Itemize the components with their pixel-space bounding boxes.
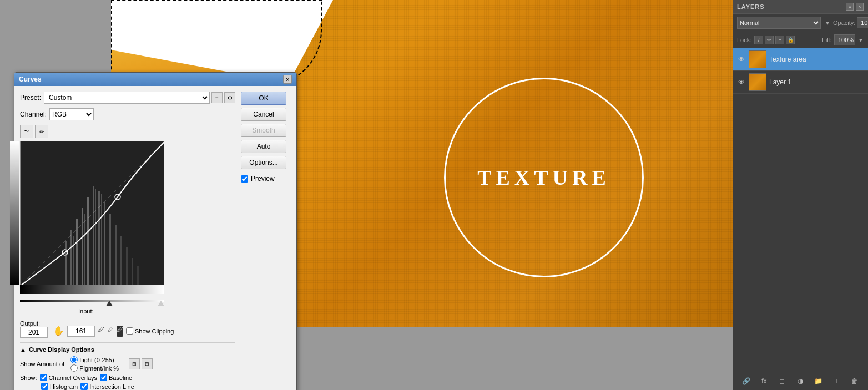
- preset-select[interactable]: Custom: [44, 92, 210, 104]
- pigment-radio-item: Pigment/Ink %: [70, 364, 119, 372]
- svg-rect-8: [109, 214, 111, 285]
- layer-name-texture: Texture area: [769, 55, 806, 63]
- light-option-label: Light (0-255): [79, 357, 114, 363]
- light-radio[interactable]: [70, 356, 78, 363]
- collapse-icon: ▲: [20, 346, 26, 353]
- grid-small-icon[interactable]: ⊞: [129, 358, 140, 369]
- horizontal-gradient-bar: [20, 285, 164, 294]
- lock-transparent-icon[interactable]: /: [754, 36, 763, 44]
- output-value[interactable]: [20, 327, 48, 338]
- close-button[interactable]: ✕: [283, 75, 292, 84]
- curve-display-header[interactable]: ▲ Curve Display Options: [20, 346, 235, 353]
- svg-rect-5: [93, 186, 94, 285]
- fx-icon[interactable]: fx: [759, 376, 770, 387]
- channel-row: Channel: RGB: [20, 108, 235, 120]
- show-row: Show: Channel Overlays Baseline: [20, 374, 235, 381]
- black-eyedropper-icon[interactable]: 🖊: [98, 326, 104, 337]
- histogram-svg: [21, 141, 164, 285]
- output-group: Output:: [20, 320, 48, 338]
- svg-line-23: [21, 141, 164, 285]
- slider-handle-white[interactable]: [158, 301, 164, 306]
- channel-overlays-item: Channel Overlays: [40, 374, 97, 381]
- show-clipping-checkbox[interactable]: [126, 327, 133, 335]
- panel-close-btn[interactable]: ×: [856, 3, 864, 11]
- preset-menu-icon[interactable]: ≡: [211, 92, 223, 103]
- histogram-checkbox[interactable]: [41, 383, 48, 390]
- intersection-line-checkbox[interactable]: [80, 383, 88, 390]
- new-layer-icon[interactable]: +: [831, 376, 842, 387]
- lock-all-icon[interactable]: 🔒: [786, 36, 795, 44]
- svg-rect-12: [132, 258, 133, 285]
- panel-collapse-btn[interactable]: «: [846, 3, 854, 11]
- white-eyedropper-icon[interactable]: 🖊: [117, 326, 123, 337]
- add-mask-icon[interactable]: ◻: [776, 376, 788, 387]
- dialog-title: Curves: [19, 75, 42, 83]
- tool-icons-row: 〜 ✏: [20, 125, 235, 138]
- channel-select[interactable]: RGB: [49, 108, 94, 120]
- folder-icon[interactable]: 📁: [813, 376, 824, 387]
- show-amount-label: Show Amount of:: [20, 361, 66, 367]
- layers-panel-titlebar: LAYERS « ×: [733, 0, 868, 14]
- layer-visibility-icon-layer1[interactable]: 👁: [737, 78, 746, 87]
- graph-container: [20, 141, 164, 306]
- lock-label: Lock:: [737, 37, 751, 43]
- curves-graph[interactable]: [20, 141, 164, 285]
- layer-visibility-icon-texture[interactable]: 👁: [737, 55, 746, 64]
- preview-checkbox[interactable]: [241, 175, 248, 183]
- gray-eyedropper-icon[interactable]: 🖊: [107, 326, 114, 337]
- slider-track: [20, 300, 164, 302]
- blend-mode-select[interactable]: Normal: [737, 17, 821, 29]
- pigment-radio[interactable]: [70, 364, 78, 372]
- lock-paint-icon[interactable]: ✏: [765, 36, 774, 44]
- layer-item-texture-area[interactable]: 👁 Texture area: [733, 48, 868, 71]
- layer-item-layer1[interactable]: 👁 Layer 1: [733, 71, 868, 94]
- adjustment-icon[interactable]: ◑: [795, 376, 806, 387]
- input-value[interactable]: [67, 326, 95, 337]
- preset-save-icon[interactable]: ⚙: [224, 92, 235, 103]
- fill-chevron-icon: ▼: [858, 37, 864, 43]
- cancel-button[interactable]: Cancel: [241, 108, 286, 121]
- layer-name-layer1: Layer 1: [769, 78, 791, 86]
- dialog-body: Preset: Custom ≡ ⚙ Channel: RGB 〜 ✏: [14, 86, 296, 390]
- ok-button[interactable]: OK: [241, 92, 286, 105]
- lock-fill-row: Lock: / ✏ + 🔒 Fill: ▼: [733, 32, 868, 48]
- lock-move-icon[interactable]: +: [775, 36, 784, 44]
- svg-rect-9: [115, 225, 117, 285]
- opacity-field: Opacity: ▼: [833, 17, 864, 28]
- layer-thumbnail-layer1: [749, 73, 766, 91]
- slider-handle-black[interactable]: [106, 301, 113, 306]
- show-clipping-label: Show Clipping: [126, 326, 174, 337]
- radio-group: Light (0-255) Pigment/Ink %: [70, 356, 119, 372]
- svg-rect-20: [107, 205, 107, 285]
- opacity-input[interactable]: [857, 17, 868, 28]
- options-button[interactable]: Options...: [241, 156, 286, 169]
- svg-rect-19: [101, 194, 102, 285]
- svg-rect-16: [84, 214, 85, 285]
- fill-input[interactable]: [834, 34, 855, 45]
- intersection-line-item: Intersection Line: [80, 383, 134, 390]
- grid-large-icon[interactable]: ⊟: [142, 358, 153, 369]
- input-slider[interactable]: [20, 295, 164, 306]
- delete-layer-icon[interactable]: 🗑: [849, 376, 860, 387]
- svg-rect-6: [98, 191, 100, 285]
- curve-tool-icon[interactable]: 〜: [20, 125, 33, 138]
- layer-thumbnail-texture: [749, 50, 766, 68]
- intersection-line-label: Intersection Line: [89, 383, 134, 390]
- layers-panel: LAYERS « × Normal ▼ Opacity: ▼ Lock: / ✏…: [733, 0, 868, 390]
- input-label: Input:: [78, 308, 235, 315]
- show-row-2: Histogram Intersection Line: [41, 383, 235, 390]
- smooth-button[interactable]: Smooth: [241, 124, 286, 137]
- auto-button[interactable]: Auto: [241, 140, 286, 153]
- texture-circle: TEXTURE: [444, 78, 644, 277]
- baseline-checkbox[interactable]: [100, 374, 107, 381]
- show-label: Show:: [20, 374, 37, 381]
- channel-overlays-checkbox[interactable]: [40, 374, 47, 381]
- layers-panel-controls: « ×: [846, 3, 864, 11]
- svg-rect-13: [137, 266, 139, 285]
- svg-rect-17: [90, 197, 90, 285]
- layer-thumb-texture-fill: [749, 51, 766, 68]
- svg-rect-0: [65, 241, 67, 285]
- pencil-tool-icon[interactable]: ✏: [35, 125, 48, 138]
- link-layers-icon[interactable]: 🔗: [740, 376, 751, 387]
- hand-tool-icon[interactable]: ✋: [53, 326, 64, 337]
